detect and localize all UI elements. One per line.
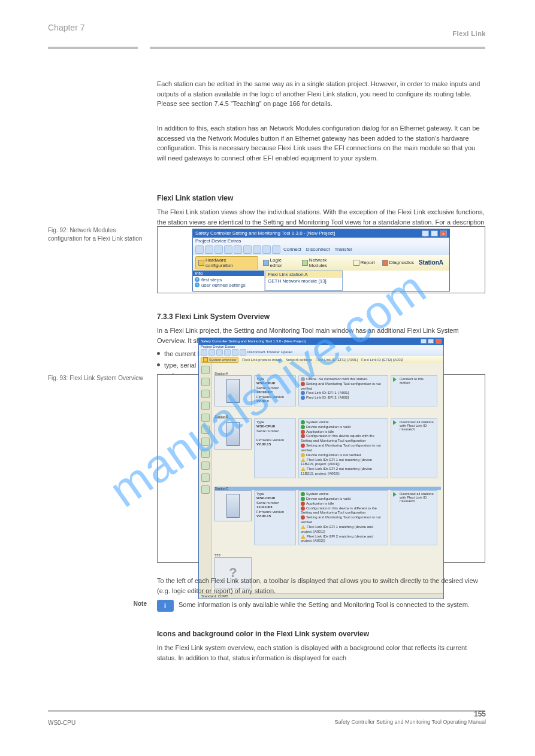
station-thumbnail: [214, 375, 252, 406]
station-action[interactable]: Download all stations with Flexi Link ID…: [391, 418, 437, 478]
toolbar-icon[interactable]: [240, 349, 246, 356]
minimize-icon[interactable]: [421, 339, 427, 344]
tab-network-modules[interactable]: Network Modules: [300, 257, 349, 269]
toolbar-icon[interactable]: [253, 245, 261, 254]
minimize-icon[interactable]: _: [422, 230, 429, 236]
help-icon: ?: [195, 277, 200, 282]
window-title: Safety Controller Setting and Monitoring…: [195, 230, 335, 236]
note-text: Some information is only available while…: [179, 600, 485, 614]
rail-icon[interactable]: [201, 450, 210, 458]
toolbar-icon[interactable]: [205, 245, 213, 254]
station-action[interactable]: Download all stations with Flexi Link ID…: [391, 490, 437, 545]
body-paragraph: In the Flexi Link system overview, each …: [157, 643, 485, 663]
toolbar-icon[interactable]: [224, 349, 231, 356]
rail-icon[interactable]: [201, 402, 210, 410]
body-paragraph: To the left of each Flexi Link station, …: [157, 576, 485, 596]
toolbar-icon[interactable]: [272, 245, 280, 254]
section-heading: 7.3.3 Flexi Link System Overview: [157, 311, 485, 322]
app-window: Safety Controller Setting and Monitoring…: [198, 338, 444, 600]
station-status: System onlineDevice configuration is val…: [298, 490, 388, 545]
station-action[interactable]: Connect to this station: [391, 375, 437, 406]
disconnect-button[interactable]: Disconnect: [306, 247, 330, 252]
tab-bar: Hardware configuration Logic editor Netw…: [193, 255, 449, 271]
toolbar-icon[interactable]: [232, 349, 238, 356]
tab-process-image[interactable]: Flexi Link process image: [242, 358, 282, 362]
main-toolbar: Disconnect Transfer Upload: [199, 348, 443, 356]
toolbar-icon[interactable]: [214, 245, 223, 254]
window-title: Safety Controller Setting and Monitoring…: [201, 339, 306, 343]
help-sidebar: Info ?first steps ?user defined settings: [193, 271, 265, 291]
tab-logic-editor[interactable]: Logic editor: [261, 257, 297, 269]
dropdown-item[interactable]: Flexi Link station A: [265, 271, 342, 278]
window-controls[interactable]: [420, 339, 442, 344]
disconnect-button[interactable]: Disconnect: [247, 350, 265, 354]
net-id-label: Flexi Link ID (EFI2) [A002]: [361, 358, 403, 362]
station-row[interactable]: TypeWS0-CPU0Serial number11041003Firmwar…: [214, 490, 441, 545]
tab-icon: [353, 260, 359, 266]
toolbar-icon[interactable]: [208, 349, 215, 356]
system-overview-workspace: StationATypeWS0-CPU0Serial number1001000…: [199, 363, 443, 594]
station-info: TypeWS0-CPU0Serial number11041003Firmwar…: [254, 490, 296, 545]
rail-icon[interactable]: [201, 378, 210, 386]
maximize-icon[interactable]: □: [431, 230, 438, 236]
header-divider: [150, 47, 485, 49]
rail-icon[interactable]: [201, 473, 210, 482]
footer-model: WS0-CPU: [48, 719, 75, 726]
station-info: TypeWS0-CPU0Serial numberFirmware versio…: [254, 418, 296, 478]
tab-icon: [302, 260, 308, 266]
station-status: Offline. No connection with this station…: [298, 375, 388, 406]
network-modules-dropdown[interactable]: Flexi Link station A GETH Network module…: [265, 271, 343, 291]
station-thumbnail: [214, 490, 252, 521]
net-id-label: Flexi Link ID (EFI1) [A001]: [316, 358, 358, 362]
rail-icon[interactable]: [201, 414, 210, 422]
toolbar-icon[interactable]: [201, 349, 207, 356]
window-controls[interactable]: _ □ ×: [421, 230, 447, 236]
figure-caption: Fig. 93: Flexi Link System Overview: [48, 374, 147, 382]
toolbar-icon[interactable]: [243, 245, 252, 254]
rail-icon[interactable]: [201, 462, 210, 470]
toolbar-icon[interactable]: [224, 245, 232, 254]
section-heading: Icons and background color in the Flexi …: [157, 629, 485, 639]
station-row[interactable]: TypeWS0-CPU0Serial number1001000CFirmwar…: [214, 375, 441, 406]
dropdown-item[interactable]: GETH Network module [13]: [265, 278, 342, 284]
station-info: TypeWS0-CPU0Serial number1001000CFirmwar…: [254, 375, 296, 406]
page-number: 155: [335, 710, 486, 719]
station-name-label: StationA: [419, 259, 447, 266]
sidebar-item[interactable]: ?first steps: [195, 277, 262, 283]
menu-bar[interactable]: Project Device Extras: [193, 238, 449, 244]
rail-icon[interactable]: [201, 390, 210, 398]
rail-icon[interactable]: [201, 366, 210, 374]
tab-system-overview[interactable]: System overview: [201, 357, 238, 363]
tab-report[interactable]: Report: [351, 259, 377, 266]
app-window: Safety Controller Setting and Monitoring…: [192, 229, 450, 292]
upload-button[interactable]: Upload: [281, 350, 292, 354]
window-titlebar: Safety Controller Setting and Monitoring…: [199, 338, 443, 345]
toolbar-icon[interactable]: [216, 349, 223, 356]
close-icon[interactable]: [436, 339, 442, 344]
help-icon: ?: [195, 283, 200, 287]
rail-icon[interactable]: [201, 438, 210, 446]
toolbar-icon[interactable]: [234, 245, 242, 254]
sidebar-item[interactable]: ?user defined settings: [195, 283, 262, 288]
close-icon[interactable]: ×: [440, 230, 447, 236]
sidebar-title: Info: [193, 271, 264, 276]
station-toolbar: [199, 363, 212, 594]
transfer-button[interactable]: Transfer: [334, 247, 352, 252]
toolbar-icon[interactable]: [195, 245, 204, 254]
window-titlebar: Safety Controller Setting and Monitoring…: [193, 229, 449, 238]
tab-network-settings[interactable]: Network settings: [285, 358, 312, 362]
tab-icon: [203, 357, 208, 362]
rail-icon[interactable]: [201, 426, 210, 434]
tab-icon: [198, 260, 204, 266]
connect-button[interactable]: Connect: [283, 247, 301, 252]
main-toolbar: Connect Disconnect Transfer: [193, 244, 449, 255]
maximize-icon[interactable]: [428, 339, 434, 344]
transfer-button[interactable]: Transfer: [267, 350, 280, 354]
rail-icon[interactable]: [201, 485, 210, 494]
footer-page-info: 155 Safety Controller Setting and Monito…: [335, 710, 486, 726]
toolbar-icon[interactable]: [262, 245, 271, 254]
figure-screenshot: Safety Controller Setting and Monitoring…: [157, 226, 485, 293]
tab-diagnostics[interactable]: Diagnostics: [380, 259, 416, 266]
station-row[interactable]: TypeWS0-CPU0Serial numberFirmware versio…: [214, 418, 441, 478]
tab-hardware-config[interactable]: Hardware configuration: [195, 256, 258, 269]
